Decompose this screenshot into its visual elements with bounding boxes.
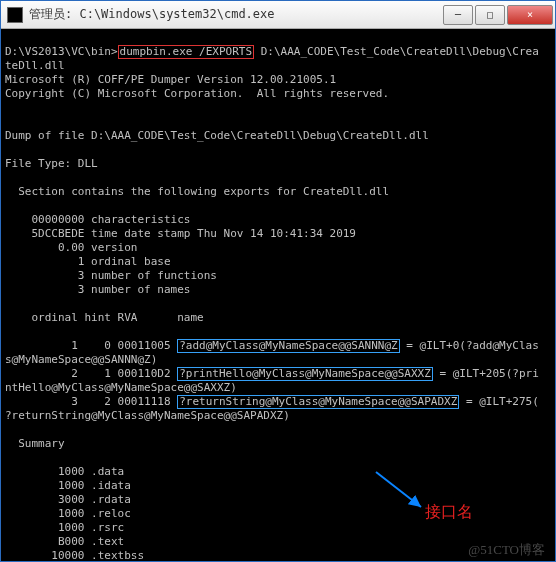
annotation-label: 接口名 [425, 505, 473, 519]
export-suffix: = @ILT+205(?pri [433, 367, 539, 380]
output-line: ordinal hint RVA name [5, 311, 204, 324]
output-line: 1000 .reloc [5, 507, 131, 520]
command-highlight: dumpbin.exe /EXPORTS [118, 45, 254, 59]
output-line: B000 .text [5, 535, 124, 548]
export-suffix: = @ILT+275( [459, 395, 538, 408]
svg-line-0 [376, 472, 421, 507]
output-line: ntHello@MyClass@MyNameSpace@@SAXXZ) [5, 381, 237, 394]
output-line: 0.00 version [5, 241, 137, 254]
export-suffix: = @ILT+0(?add@MyClas [400, 339, 539, 352]
output-line: 1000 .idata [5, 479, 131, 492]
output-line: s@MyNameSpace@@SANNN@Z) [5, 353, 157, 366]
output-line: Section contains the following exports f… [5, 185, 389, 198]
output-line: 3000 .rdata [5, 493, 131, 506]
maximize-button[interactable]: □ [475, 5, 505, 25]
console-output[interactable]: D:\VS2013\VC\bin>dumpbin.exe /EXPORTS D:… [1, 29, 555, 561]
window-titlebar: 管理员: C:\Windows\system32\cmd.exe ─ □ × [1, 1, 555, 29]
minimize-button[interactable]: ─ [443, 5, 473, 25]
output-line: Summary [5, 437, 65, 450]
output-line: 1000 .rsrc [5, 521, 124, 534]
output-line: Microsoft (R) COFF/PE Dumper Version 12.… [5, 73, 336, 86]
export-symbol-3: ?returnString@MyClass@MyNameSpace@@SAPAD… [177, 395, 459, 409]
output-line: Dump of file D:\AAA_CODE\Test_Code\Creat… [5, 129, 429, 142]
export-symbol-1: ?add@MyClass@MyNameSpace@@SANNN@Z [177, 339, 400, 353]
output-line: 3 number of names [5, 283, 190, 296]
export-prefix: 3 2 00011118 [5, 395, 177, 408]
output-line: teDll.dll [5, 59, 65, 72]
export-prefix: 1 0 00011005 [5, 339, 177, 352]
output-line: 3 number of functions [5, 269, 217, 282]
output-line: 1000 .data [5, 465, 124, 478]
output-line: ?returnString@MyClass@MyNameSpace@@SAPAD… [5, 409, 290, 422]
export-symbol-2: ?printHello@MyClass@MyNameSpace@@SAXXZ [177, 367, 433, 381]
cmd-icon [7, 7, 23, 23]
output-line: Copyright (C) Microsoft Corporation. All… [5, 87, 389, 100]
output-line: 5DCCBEDE time date stamp Thu Nov 14 10:4… [5, 227, 356, 240]
output-line: 10000 .textbss [5, 549, 144, 561]
cmd-args: D:\AAA_CODE\Test_Code\CreateDll\Debug\Cr… [254, 45, 539, 58]
export-prefix: 2 1 000110D2 [5, 367, 177, 380]
watermark: @51CTO博客 [468, 543, 545, 557]
output-line: File Type: DLL [5, 157, 98, 170]
annotation-arrow-icon [371, 467, 431, 517]
window-title: 管理员: C:\Windows\system32\cmd.exe [29, 6, 443, 23]
prompt: D:\VS2013\VC\bin> [5, 45, 118, 58]
window-buttons: ─ □ × [443, 5, 555, 25]
output-line: 00000000 characteristics [5, 213, 190, 226]
close-button[interactable]: × [507, 5, 553, 25]
output-line: 1 ordinal base [5, 255, 171, 268]
